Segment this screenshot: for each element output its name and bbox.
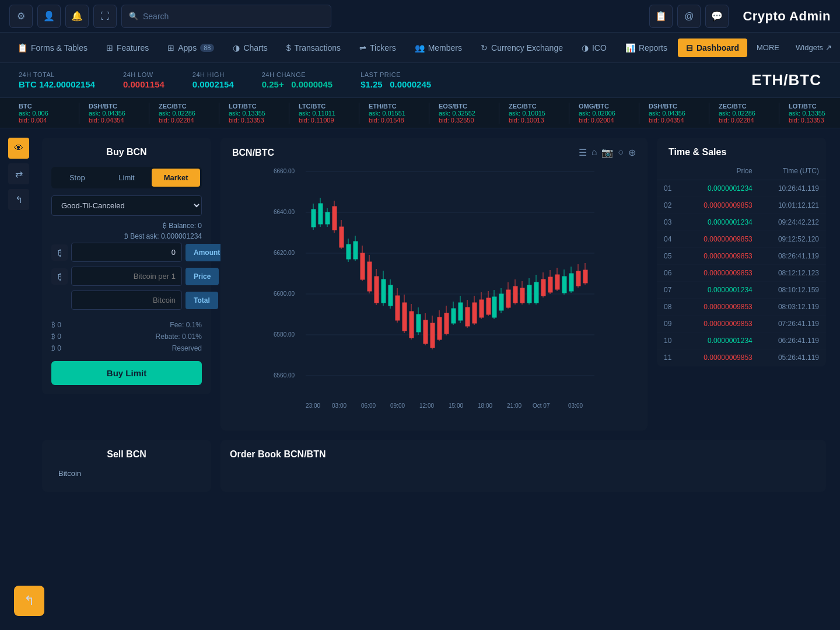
ts-cell-price: 0.00000009853 — [683, 197, 759, 214]
tab-market[interactable]: Market — [152, 169, 200, 187]
duration-select[interactable]: Good-Til-Canceled — [51, 195, 202, 216]
crypto-ticker-item[interactable]: DSH/BTCask: 0.04356bid: 0.04354 — [79, 103, 149, 124]
chat-icon-btn[interactable]: 💬 — [705, 5, 729, 28]
nav-forms-tables[interactable]: 📋 Forms & Tables — [9, 38, 96, 57]
ts-cell-time: 10:01:12.121 — [760, 197, 826, 214]
ts-cell-time: 08:10:12.159 — [760, 282, 826, 299]
ts-cell-time: 06:26:41.119 — [760, 332, 826, 349]
chart-menu-icon[interactable]: ☰ — [579, 147, 587, 158]
nav-ico[interactable]: ◑ ICO — [573, 38, 615, 57]
tab-stop[interactable]: Stop — [53, 169, 102, 187]
best-ask-row: ₿ Best ask: 0.000001234 — [51, 232, 202, 240]
ticker-pair: ETH/BTC — [751, 71, 821, 89]
svg-text:06:00: 06:00 — [361, 402, 376, 409]
svg-text:Oct 07: Oct 07 — [533, 402, 550, 409]
nav-apps[interactable]: ⊞ Apps 88 — [159, 38, 222, 57]
main-content: Buy BCN Stop Limit Market Good-Til-Cance… — [33, 128, 835, 440]
chart-zoom-icon[interactable]: ⊕ — [628, 147, 636, 158]
ts-cell-index: 07 — [657, 282, 683, 299]
crypto-ticker-item[interactable]: ZEC/BTCask: 0.02286bid: 0.02284 — [149, 103, 219, 124]
sidebar-back-btn[interactable]: ↰ — [8, 189, 29, 210]
at-icon: @ — [684, 11, 694, 22]
buy-panel-title: Buy BCN — [51, 147, 202, 158]
screen-icon-btn[interactable]: ⛶ — [93, 5, 117, 28]
table-row: 03 0.0000001234 09:24:42.212 — [657, 214, 826, 231]
ts-cell-index: 02 — [657, 197, 683, 214]
gear-icon-btn[interactable]: ⚙ — [9, 5, 33, 28]
nav-more[interactable]: MORE — [750, 38, 786, 57]
ts-cell-index: 10 — [657, 332, 683, 349]
search-input[interactable] — [143, 12, 324, 21]
svg-text:03:00: 03:00 — [332, 402, 346, 409]
order-book-title: Order Book BCN/BTN — [230, 449, 817, 460]
features-icon: ⊞ — [106, 43, 113, 52]
price-row: ₿ Price — [51, 267, 202, 286]
crypto-ticker-item[interactable]: ZEC/BTCask: 0.02286bid: 0.02284 — [709, 103, 779, 124]
crypto-ticker-item[interactable]: LOT/BTCask: 0.13355bid: 0.13353 — [779, 103, 840, 124]
svg-text:6640.00: 6640.00 — [274, 209, 295, 215]
chart-circle-icon[interactable]: ○ — [618, 147, 624, 158]
nav-widgets[interactable]: Widgets ↗ — [789, 38, 839, 57]
user-icon: 👤 — [43, 10, 55, 22]
ts-cell-price: 0.00000009853 — [683, 248, 759, 265]
crypto-ticker-item[interactable]: DSH/BTCask: 0.04356bid: 0.04354 — [639, 103, 709, 124]
nav-transactions[interactable]: $ Transactions — [278, 38, 349, 57]
ico-icon: ◑ — [582, 43, 589, 52]
amount-input[interactable] — [71, 243, 182, 262]
crypto-ticker-item[interactable]: EOS/BTCask: 0.32552bid: 0.32550 — [429, 103, 499, 124]
crypto-ticker-item[interactable]: LTC/BTCask: 0.11011bid: 0.11009 — [289, 103, 359, 124]
crypto-ticker-item[interactable]: ZEC/BTCask: 0.10015bid: 0.10013 — [499, 103, 569, 124]
ticker-low: 24h Low 0.0001154 — [123, 71, 164, 89]
bell-icon-btn[interactable]: 🔔 — [65, 5, 89, 28]
ts-cell-time: 10:26:41.119 — [760, 180, 826, 197]
tab-limit[interactable]: Limit — [103, 169, 151, 187]
total-input[interactable] — [71, 290, 182, 310]
sidebar-transfer-btn[interactable]: ⇄ — [8, 163, 29, 184]
sell-panel: Sell BCN Bitcoin — [42, 440, 211, 492]
ts-cell-index: 11 — [657, 349, 683, 366]
ts-col-time: Time (UTC) — [760, 162, 826, 180]
chart-header: BCN/BTC ☰ ⌂ 📷 ○ ⊕ — [220, 138, 648, 163]
clipboard-icon-btn[interactable]: 📋 — [649, 5, 673, 28]
nav-reports[interactable]: 📊 Reports — [617, 38, 676, 57]
crypto-ticker-item[interactable]: BTCask: 0.006bid: 0.004 — [9, 103, 79, 124]
total-button[interactable]: Total — [186, 292, 218, 309]
crypto-ticker: BTCask: 0.006bid: 0.004DSH/BTCask: 0.043… — [0, 98, 840, 128]
sidebar-eye-btn[interactable]: 👁 — [8, 138, 29, 159]
ts-col-placeholder — [657, 162, 683, 180]
apps-badge: 88 — [200, 44, 214, 52]
currency-exchange-icon: ↻ — [481, 43, 488, 52]
ts-cell-index: 03 — [657, 214, 683, 231]
buy-limit-button[interactable]: Buy Limit — [51, 361, 202, 385]
nav-members[interactable]: 👥 Members — [407, 38, 470, 57]
ts-cell-price: 0.00000009853 — [683, 316, 759, 332]
nav-charts[interactable]: ◑ Charts — [225, 38, 275, 57]
price-icon-btn[interactable]: ₿ — [51, 268, 68, 285]
nav-features[interactable]: ⊞ Features — [98, 38, 157, 57]
crypto-ticker-item[interactable]: ETH/BTCask: 0.01551bid: 0.01548 — [359, 103, 429, 124]
topbar: ⚙ 👤 🔔 ⛶ 🔍 📋 @ 💬 Crypto Admin — [0, 0, 840, 33]
nav-currency-exchange[interactable]: ↻ Currency Exchange — [473, 38, 571, 57]
price-input[interactable] — [71, 267, 182, 286]
svg-text:21:00: 21:00 — [507, 402, 522, 409]
price-button[interactable]: Price — [186, 268, 219, 285]
at-icon-btn[interactable]: @ — [677, 5, 701, 28]
reports-icon: 📊 — [625, 43, 635, 52]
svg-text:09:00: 09:00 — [390, 402, 405, 409]
left-sidebar: 👁 ⇄ ↰ — [5, 128, 33, 501]
nav-tickers[interactable]: ⇌ Tickers — [351, 38, 404, 57]
svg-text:6560.00: 6560.00 — [274, 372, 295, 379]
crypto-ticker-item[interactable]: LOT/BTCask: 0.13355bid: 0.13353 — [219, 103, 289, 124]
fee-row: ₿ 0 Fee: 0.1% — [51, 319, 202, 331]
ts-cell-time: 08:26:41.119 — [760, 248, 826, 265]
search-icon: 🔍 — [129, 12, 138, 20]
amount-icon-btn[interactable]: ₿ — [51, 244, 68, 261]
user-icon-btn[interactable]: 👤 — [37, 5, 61, 28]
table-row: 10 0.0000001234 06:26:41.119 — [657, 332, 826, 349]
nav-dashboard[interactable]: ⊟ Dashboard — [678, 38, 747, 57]
ticker-lastprice: Last Price $1.25 0.0000245 — [360, 71, 431, 89]
chart-camera-icon[interactable]: 📷 — [601, 147, 613, 158]
crypto-ticker-item[interactable]: OMG/BTCask: 0.02006bid: 0.02004 — [569, 103, 639, 124]
ticker-high: 24h High 0.0002154 — [192, 71, 234, 89]
chart-home-icon[interactable]: ⌂ — [592, 147, 597, 158]
